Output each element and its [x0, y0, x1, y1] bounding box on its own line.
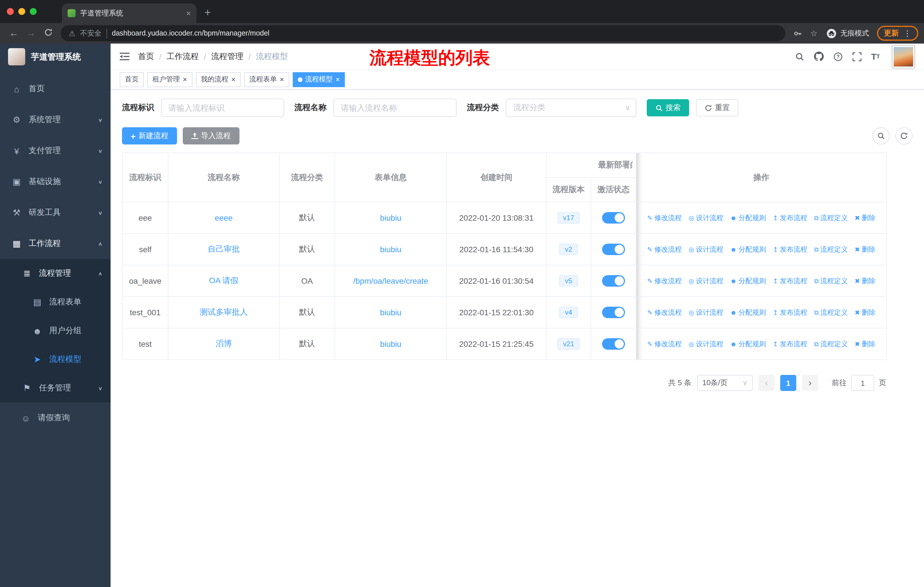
delete-link[interactable]: ✖删除: [855, 276, 875, 286]
page-size-select[interactable]: 10条/页 ∨: [697, 375, 753, 391]
forward-icon[interactable]: →: [23, 28, 39, 38]
active-toggle[interactable]: [602, 212, 625, 223]
process-definition-link[interactable]: ⧉流程定义: [814, 339, 848, 349]
font-size-icon[interactable]: TT: [871, 51, 880, 61]
design-process-link[interactable]: ◎设计流程: [688, 245, 723, 255]
design-process-link[interactable]: ◎设计流程: [688, 276, 723, 286]
assign-rule-link[interactable]: ☻分配规则: [730, 308, 766, 317]
tag-process-form[interactable]: 流程表单 ×: [244, 72, 289, 87]
assign-rule-link[interactable]: ☻分配规则: [730, 213, 766, 223]
modify-process-link[interactable]: ✎修改流程: [647, 245, 682, 255]
browser-menu-icon[interactable]: ⋮: [903, 29, 911, 38]
assign-rule-link[interactable]: ☻分配规则: [730, 245, 766, 254]
tag-my-process[interactable]: 我的流程 ×: [196, 72, 241, 87]
sidebar-item-leave-query[interactable]: ☺ 请假查询: [0, 402, 111, 433]
sidebar-item-process-form[interactable]: ▤ 流程表单: [0, 288, 111, 316]
assign-rule-link[interactable]: ☻分配规则: [730, 276, 766, 286]
process-name-link[interactable]: 自己审批: [208, 244, 240, 253]
import-process-button[interactable]: 导入流程: [183, 127, 239, 144]
form-info-link[interactable]: biubiu: [380, 245, 402, 254]
process-definition-link[interactable]: ⧉流程定义: [814, 308, 848, 317]
reset-button[interactable]: 重置: [696, 99, 738, 116]
toggle-search-button[interactable]: [873, 127, 889, 144]
sidebar-item-payment-mgmt[interactable]: ¥ 支付管理 ∨: [0, 135, 111, 166]
menu-fold-icon[interactable]: [120, 52, 129, 61]
form-info-link[interactable]: biubiu: [380, 339, 402, 349]
modify-process-link[interactable]: ✎修改流程: [647, 276, 682, 286]
sidebar-item-task-mgmt[interactable]: ⚑ 任务管理 ∨: [0, 374, 111, 402]
goto-page-input[interactable]: [851, 375, 874, 391]
sidebar-item-user-group[interactable]: ☻ 用户分组: [0, 316, 111, 345]
close-icon[interactable]: ×: [280, 76, 284, 83]
breadcrumb-process-mgmt[interactable]: 流程管理: [211, 51, 243, 62]
window-zoom-button[interactable]: [30, 8, 37, 15]
breadcrumb-home[interactable]: 首页: [138, 51, 154, 62]
form-info-link[interactable]: biubiu: [380, 308, 402, 317]
process-definition-link[interactable]: ⧉流程定义: [814, 213, 848, 223]
tag-process-model[interactable]: 流程模型 ×: [293, 72, 345, 87]
process-name-link[interactable]: 测试多审批人: [200, 307, 248, 316]
fullscreen-icon[interactable]: [852, 52, 861, 61]
help-icon[interactable]: ?: [833, 52, 842, 61]
page-number-1[interactable]: 1: [780, 375, 796, 391]
delete-link[interactable]: ✖删除: [855, 213, 875, 223]
delete-link[interactable]: ✖删除: [855, 308, 875, 317]
assign-rule-link[interactable]: ☻分配规则: [730, 339, 766, 349]
tag-home[interactable]: 首页: [120, 72, 144, 87]
bookmark-star-icon[interactable]: ☆: [807, 29, 821, 38]
close-icon[interactable]: ×: [231, 76, 236, 83]
publish-process-link[interactable]: ↥发布流程: [773, 308, 807, 317]
window-minimize-button[interactable]: [18, 8, 25, 15]
publish-process-link[interactable]: ↥发布流程: [773, 339, 807, 349]
process-definition-link[interactable]: ⧉流程定义: [814, 276, 848, 286]
back-icon[interactable]: ←: [6, 28, 22, 38]
publish-process-link[interactable]: ↥发布流程: [773, 276, 807, 286]
form-info-link[interactable]: biubiu: [380, 213, 402, 222]
process-name-input[interactable]: [333, 99, 457, 117]
search-button[interactable]: 搜索: [647, 99, 689, 116]
delete-link[interactable]: ✖删除: [855, 339, 875, 349]
design-process-link[interactable]: ◎设计流程: [688, 339, 723, 349]
sidebar-item-system-mgmt[interactable]: ⚙ 系统管理 ∨: [0, 104, 111, 135]
breadcrumb-workflow[interactable]: 工作流程: [167, 51, 199, 62]
tag-tenant-mgmt[interactable]: 租户管理 ×: [147, 72, 192, 87]
prev-page-button[interactable]: ‹: [759, 375, 774, 391]
modify-process-link[interactable]: ✎修改流程: [647, 308, 682, 317]
sidebar-item-infrastructure[interactable]: ▣ 基础设施 ∨: [0, 166, 111, 197]
sidebar-item-process-model[interactable]: ➤ 流程模型: [0, 345, 111, 374]
active-toggle[interactable]: [602, 307, 625, 318]
design-process-link[interactable]: ◎设计流程: [688, 213, 723, 223]
reload-icon[interactable]: [40, 28, 56, 39]
form-info-link[interactable]: /bpm/oa/leave/create: [353, 276, 428, 286]
process-name-link[interactable]: OA 请假: [209, 276, 239, 285]
browser-tab[interactable]: 芋道管理系统 ×: [62, 3, 196, 23]
window-close-button[interactable]: [7, 8, 14, 15]
next-page-button[interactable]: ›: [802, 375, 818, 391]
new-tab-button[interactable]: +: [205, 6, 211, 19]
active-toggle[interactable]: [602, 275, 625, 287]
active-toggle[interactable]: [602, 244, 625, 255]
close-icon[interactable]: ×: [183, 76, 187, 83]
modify-process-link[interactable]: ✎修改流程: [647, 213, 682, 223]
browser-update-button[interactable]: 更新 ⋮: [877, 26, 918, 41]
address-bar[interactable]: ⚠ 不安全 dashboard.yudao.iocoder.cn/bpm/man…: [61, 25, 785, 41]
process-name-link[interactable]: 滔博: [216, 339, 232, 348]
process-key-input[interactable]: [161, 99, 284, 117]
key-icon[interactable]: [790, 29, 806, 38]
publish-process-link[interactable]: ↥发布流程: [773, 213, 807, 223]
search-icon[interactable]: [795, 52, 804, 61]
process-name-link[interactable]: eeee: [215, 213, 233, 222]
process-definition-link[interactable]: ⧉流程定义: [814, 245, 848, 255]
tab-close-icon[interactable]: ×: [186, 8, 191, 18]
close-icon[interactable]: ×: [336, 76, 340, 83]
sidebar-item-workflow[interactable]: ▦ 工作流程 ∧: [0, 228, 111, 259]
modify-process-link[interactable]: ✎修改流程: [647, 339, 682, 349]
publish-process-link[interactable]: ↥发布流程: [773, 245, 807, 255]
process-category-select[interactable]: 流程分类 ∨: [506, 99, 637, 117]
github-icon[interactable]: [814, 51, 823, 61]
user-avatar[interactable]: [892, 45, 915, 68]
refresh-table-button[interactable]: [895, 127, 912, 144]
sidebar-item-dev-tools[interactable]: ⚒ 研发工具 ∨: [0, 197, 111, 228]
delete-link[interactable]: ✖删除: [855, 245, 875, 255]
create-process-button[interactable]: + 新建流程: [122, 127, 177, 144]
